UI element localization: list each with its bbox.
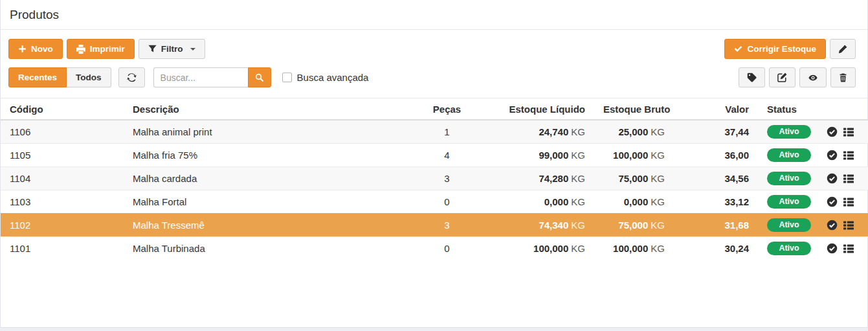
product-description: Malha fria 75% bbox=[124, 144, 416, 167]
page-background-strip bbox=[0, 327, 868, 331]
table-row[interactable]: 1106 Malha animal print 1 24,740KG 25,00… bbox=[1, 120, 868, 144]
edit-icon bbox=[777, 73, 787, 82]
product-gross-stock: 25,000KG bbox=[594, 120, 674, 144]
list-icon[interactable] bbox=[843, 244, 854, 254]
edit-button[interactable] bbox=[769, 67, 796, 87]
product-gross-stock: 75,000KG bbox=[594, 214, 674, 237]
product-code: 1103 bbox=[1, 190, 124, 214]
check-circle-icon[interactable] bbox=[827, 173, 838, 184]
advanced-search-checkbox[interactable] bbox=[282, 73, 292, 82]
table-header-row: Código Descrição Peças Estoque Líquido E… bbox=[1, 98, 868, 120]
chevron-down-icon bbox=[190, 48, 195, 51]
list-icon[interactable] bbox=[843, 174, 854, 184]
status-badge: Ativo bbox=[767, 172, 811, 185]
product-status-cell: Ativo bbox=[758, 167, 868, 190]
product-code: 1106 bbox=[1, 120, 124, 144]
product-pieces: 0 bbox=[416, 237, 478, 260]
trash-icon bbox=[839, 73, 847, 82]
refresh-icon bbox=[127, 73, 137, 82]
product-net-stock: 0,000KG bbox=[478, 190, 594, 214]
status-badge: Ativo bbox=[767, 125, 811, 139]
product-code: 1105 bbox=[1, 144, 124, 167]
product-code: 1102 bbox=[1, 214, 124, 237]
advanced-search-toggle: Busca avançada bbox=[282, 72, 369, 83]
table-row[interactable]: 1102 Malha Tressemê 3 74,340KG 75,000KG … bbox=[1, 214, 868, 237]
list-icon[interactable] bbox=[843, 220, 854, 231]
pencil-button[interactable] bbox=[830, 39, 856, 59]
product-gross-stock: 0,000KG bbox=[594, 190, 674, 214]
eye-icon bbox=[808, 73, 818, 82]
product-value: 37,44 bbox=[674, 120, 758, 144]
product-code: 1101 bbox=[1, 237, 124, 260]
list-icon[interactable] bbox=[843, 150, 854, 161]
tab-todos[interactable]: Todos bbox=[67, 67, 111, 87]
products-page: Produtos Novo Imprimir bbox=[0, 0, 868, 327]
product-value: 34,56 bbox=[674, 167, 758, 190]
product-description: Malha Turbinada bbox=[124, 237, 416, 260]
new-button[interactable]: Novo bbox=[8, 39, 63, 59]
print-button[interactable]: Imprimir bbox=[67, 39, 135, 59]
printer-icon bbox=[76, 45, 85, 54]
product-description: Malha animal print bbox=[124, 120, 416, 144]
column-descricao: Descrição bbox=[124, 98, 416, 120]
tag-icon bbox=[747, 73, 757, 82]
check-circle-icon[interactable] bbox=[827, 220, 838, 231]
table-row[interactable]: 1101 Malha Turbinada 0 100,000KG 100,000… bbox=[1, 237, 868, 260]
product-status-cell: Ativo bbox=[758, 190, 868, 214]
product-status-cell: Ativo bbox=[758, 144, 868, 167]
pencil-icon bbox=[838, 45, 847, 54]
check-icon bbox=[734, 45, 742, 53]
product-pieces: 0 bbox=[416, 190, 478, 214]
product-value: 36,00 bbox=[674, 144, 758, 167]
product-description: Malha Tressemê bbox=[124, 214, 416, 237]
check-circle-icon[interactable] bbox=[827, 196, 838, 207]
product-status-cell: Ativo bbox=[758, 237, 868, 260]
status-badge: Ativo bbox=[767, 242, 811, 255]
column-pecas: Peças bbox=[416, 98, 478, 120]
product-description: Malha Fortal bbox=[124, 190, 416, 214]
column-estoque-liquido: Estoque Líquido bbox=[478, 98, 594, 120]
product-net-stock: 74,340KG bbox=[478, 214, 594, 237]
view-button[interactable] bbox=[799, 67, 827, 87]
delete-button[interactable] bbox=[830, 67, 856, 87]
fix-stock-button[interactable]: Corrigir Estoque bbox=[724, 39, 826, 59]
search-button[interactable] bbox=[248, 67, 271, 87]
product-net-stock: 99,000KG bbox=[478, 144, 594, 167]
list-icon[interactable] bbox=[843, 127, 854, 137]
product-net-stock: 100,000KG bbox=[478, 237, 594, 260]
toolbar: Novo Imprimir Filtro bbox=[1, 30, 867, 87]
product-value: 33,12 bbox=[674, 190, 758, 214]
magnifier-icon bbox=[255, 73, 264, 82]
product-value: 30,24 bbox=[674, 237, 758, 260]
toolbar-row-secondary: Recentes Todos bbox=[8, 67, 856, 87]
column-estoque-bruto: Estoque Bruto bbox=[594, 98, 674, 120]
product-code: 1104 bbox=[1, 167, 124, 190]
column-codigo: Código bbox=[1, 98, 124, 120]
product-pieces: 3 bbox=[416, 167, 478, 190]
list-icon[interactable] bbox=[843, 197, 854, 207]
recent-all-toggle: Recentes Todos bbox=[8, 67, 111, 87]
status-badge: Ativo bbox=[767, 218, 811, 232]
column-status: Status bbox=[758, 98, 868, 120]
table-row[interactable]: 1104 Malha cardada 3 74,280KG 75,000KG 3… bbox=[1, 167, 868, 190]
plus-icon bbox=[18, 45, 27, 53]
table-row[interactable]: 1105 Malha fria 75% 4 99,000KG 100,000KG… bbox=[1, 144, 868, 167]
search-group bbox=[153, 67, 271, 87]
table-row[interactable]: 1103 Malha Fortal 0 0,000KG 0,000KG 33,1… bbox=[1, 190, 868, 214]
tab-recentes[interactable]: Recentes bbox=[8, 67, 67, 87]
refresh-button[interactable] bbox=[118, 67, 145, 87]
product-net-stock: 74,280KG bbox=[478, 167, 594, 190]
check-circle-icon[interactable] bbox=[827, 126, 838, 137]
product-net-stock: 24,740KG bbox=[478, 120, 594, 144]
filter-button[interactable]: Filtro bbox=[139, 39, 205, 59]
advanced-search-label: Busca avançada bbox=[297, 72, 369, 83]
check-circle-icon[interactable] bbox=[827, 150, 838, 161]
tag-button[interactable] bbox=[739, 67, 765, 87]
product-gross-stock: 75,000KG bbox=[594, 167, 674, 190]
product-status-cell: Ativo bbox=[758, 214, 868, 237]
product-pieces: 3 bbox=[416, 214, 478, 237]
check-circle-icon[interactable] bbox=[827, 243, 838, 254]
page-title: Produtos bbox=[10, 7, 858, 23]
search-input[interactable] bbox=[153, 67, 248, 87]
page-header: Produtos bbox=[1, 0, 867, 30]
